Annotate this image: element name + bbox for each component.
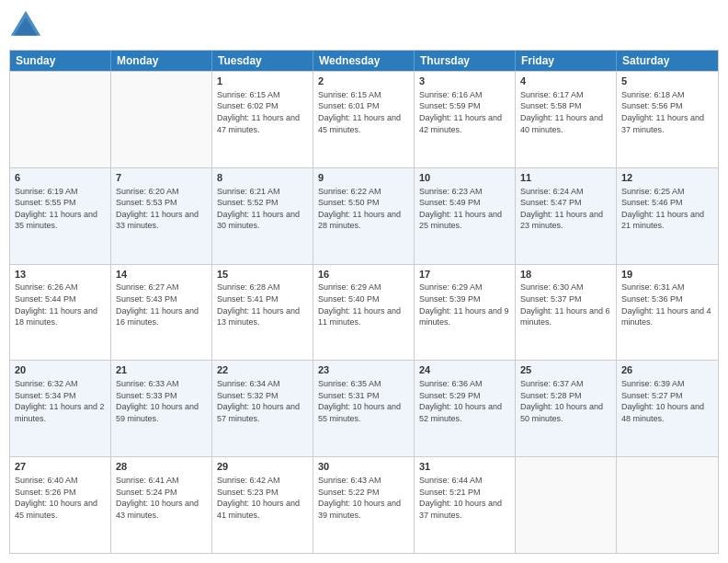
calendar-cell: 30Sunrise: 6:43 AM Sunset: 5:22 PM Dayli… <box>313 457 415 553</box>
cell-info: Sunrise: 6:33 AM Sunset: 5:33 PM Dayligh… <box>116 378 207 424</box>
calendar-cell: 7Sunrise: 6:20 AM Sunset: 5:53 PM Daylig… <box>111 168 212 264</box>
calendar-cell: 13Sunrise: 6:26 AM Sunset: 5:44 PM Dayli… <box>10 265 111 361</box>
day-number: 25 <box>520 363 611 377</box>
cell-info: Sunrise: 6:42 AM Sunset: 5:23 PM Dayligh… <box>217 475 308 521</box>
calendar-header: SundayMondayTuesdayWednesdayThursdayFrid… <box>10 51 718 71</box>
cell-info: Sunrise: 6:40 AM Sunset: 5:26 PM Dayligh… <box>15 475 106 521</box>
day-number: 20 <box>15 363 106 377</box>
cell-info: Sunrise: 6:29 AM Sunset: 5:39 PM Dayligh… <box>419 282 510 327</box>
cell-info: Sunrise: 6:19 AM Sunset: 5:55 PM Dayligh… <box>15 186 106 232</box>
day-number: 5 <box>621 75 713 88</box>
day-number: 2 <box>318 75 409 88</box>
calendar-cell: 16Sunrise: 6:29 AM Sunset: 5:40 PM Dayli… <box>313 265 415 361</box>
cell-info: Sunrise: 6:26 AM Sunset: 5:44 PM Dayligh… <box>15 282 106 327</box>
day-number: 11 <box>520 171 611 185</box>
calendar-cell: 21Sunrise: 6:33 AM Sunset: 5:33 PM Dayli… <box>111 361 212 456</box>
calendar-cell: 2Sunrise: 6:15 AM Sunset: 6:01 PM Daylig… <box>313 72 415 167</box>
calendar-cell: 17Sunrise: 6:29 AM Sunset: 5:39 PM Dayli… <box>415 265 516 361</box>
calendar-cell: 5Sunrise: 6:18 AM Sunset: 5:56 PM Daylig… <box>617 72 718 167</box>
day-number: 12 <box>621 171 713 185</box>
calendar-cell: 23Sunrise: 6:35 AM Sunset: 5:31 PM Dayli… <box>313 361 415 456</box>
weekday-header: Saturday <box>617 51 718 71</box>
weekday-header: Thursday <box>415 51 516 71</box>
calendar-row: 13Sunrise: 6:26 AM Sunset: 5:44 PM Dayli… <box>10 264 718 361</box>
day-number: 6 <box>15 171 106 185</box>
calendar-cell <box>111 72 212 167</box>
weekday-header: Monday <box>111 51 212 71</box>
cell-info: Sunrise: 6:30 AM Sunset: 5:37 PM Dayligh… <box>520 282 611 327</box>
day-number: 1 <box>217 75 308 88</box>
day-number: 17 <box>419 268 510 282</box>
day-number: 9 <box>318 171 409 185</box>
day-number: 7 <box>116 171 207 185</box>
cell-info: Sunrise: 6:21 AM Sunset: 5:52 PM Dayligh… <box>217 186 308 232</box>
day-number: 30 <box>318 460 409 474</box>
calendar-cell: 25Sunrise: 6:37 AM Sunset: 5:28 PM Dayli… <box>516 361 617 456</box>
logo-icon <box>9 9 42 42</box>
header <box>9 9 719 42</box>
calendar-body: 1Sunrise: 6:15 AM Sunset: 6:02 PM Daylig… <box>10 71 718 553</box>
calendar-cell: 3Sunrise: 6:16 AM Sunset: 5:59 PM Daylig… <box>415 72 516 167</box>
weekday-header: Tuesday <box>212 51 313 71</box>
day-number: 3 <box>419 75 510 88</box>
cell-info: Sunrise: 6:23 AM Sunset: 5:49 PM Dayligh… <box>419 186 510 232</box>
cell-info: Sunrise: 6:15 AM Sunset: 6:01 PM Dayligh… <box>318 89 409 135</box>
cell-info: Sunrise: 6:44 AM Sunset: 5:21 PM Dayligh… <box>419 475 510 521</box>
calendar-cell: 20Sunrise: 6:32 AM Sunset: 5:34 PM Dayli… <box>10 361 111 456</box>
weekday-header: Friday <box>516 51 617 71</box>
calendar-cell <box>617 457 718 553</box>
cell-info: Sunrise: 6:41 AM Sunset: 5:24 PM Dayligh… <box>116 475 207 521</box>
calendar-cell: 24Sunrise: 6:36 AM Sunset: 5:29 PM Dayli… <box>415 361 516 456</box>
day-number: 15 <box>217 268 308 282</box>
cell-info: Sunrise: 6:17 AM Sunset: 5:58 PM Dayligh… <box>520 89 611 135</box>
day-number: 29 <box>217 460 308 474</box>
calendar-cell <box>10 72 111 167</box>
calendar-cell: 1Sunrise: 6:15 AM Sunset: 6:02 PM Daylig… <box>212 72 313 167</box>
calendar-cell: 18Sunrise: 6:30 AM Sunset: 5:37 PM Dayli… <box>516 265 617 361</box>
cell-info: Sunrise: 6:31 AM Sunset: 5:36 PM Dayligh… <box>621 282 713 327</box>
weekday-header: Wednesday <box>313 51 415 71</box>
day-number: 4 <box>520 75 611 88</box>
calendar-cell: 6Sunrise: 6:19 AM Sunset: 5:55 PM Daylig… <box>10 168 111 264</box>
cell-info: Sunrise: 6:15 AM Sunset: 6:02 PM Dayligh… <box>217 89 308 135</box>
day-number: 24 <box>419 363 510 377</box>
calendar-cell: 4Sunrise: 6:17 AM Sunset: 5:58 PM Daylig… <box>516 72 617 167</box>
day-number: 14 <box>116 268 207 282</box>
day-number: 10 <box>419 171 510 185</box>
weekday-header: Sunday <box>10 51 111 71</box>
page: SundayMondayTuesdayWednesdayThursdayFrid… <box>0 0 728 563</box>
day-number: 21 <box>116 363 207 377</box>
calendar-cell: 14Sunrise: 6:27 AM Sunset: 5:43 PM Dayli… <box>111 265 212 361</box>
calendar-cell: 26Sunrise: 6:39 AM Sunset: 5:27 PM Dayli… <box>617 361 718 456</box>
cell-info: Sunrise: 6:32 AM Sunset: 5:34 PM Dayligh… <box>15 378 106 424</box>
cell-info: Sunrise: 6:25 AM Sunset: 5:46 PM Dayligh… <box>621 186 713 232</box>
calendar-cell: 19Sunrise: 6:31 AM Sunset: 5:36 PM Dayli… <box>617 265 718 361</box>
cell-info: Sunrise: 6:36 AM Sunset: 5:29 PM Dayligh… <box>419 378 510 424</box>
calendar: SundayMondayTuesdayWednesdayThursdayFrid… <box>9 50 719 554</box>
calendar-cell: 22Sunrise: 6:34 AM Sunset: 5:32 PM Dayli… <box>212 361 313 456</box>
cell-info: Sunrise: 6:20 AM Sunset: 5:53 PM Dayligh… <box>116 186 207 232</box>
day-number: 26 <box>621 363 713 377</box>
calendar-row: 1Sunrise: 6:15 AM Sunset: 6:02 PM Daylig… <box>10 71 718 167</box>
calendar-cell: 29Sunrise: 6:42 AM Sunset: 5:23 PM Dayli… <box>212 457 313 553</box>
cell-info: Sunrise: 6:24 AM Sunset: 5:47 PM Dayligh… <box>520 186 611 232</box>
calendar-cell: 8Sunrise: 6:21 AM Sunset: 5:52 PM Daylig… <box>212 168 313 264</box>
cell-info: Sunrise: 6:34 AM Sunset: 5:32 PM Dayligh… <box>217 378 308 424</box>
cell-info: Sunrise: 6:37 AM Sunset: 5:28 PM Dayligh… <box>520 378 611 424</box>
calendar-cell: 31Sunrise: 6:44 AM Sunset: 5:21 PM Dayli… <box>415 457 516 553</box>
day-number: 23 <box>318 363 409 377</box>
calendar-cell: 12Sunrise: 6:25 AM Sunset: 5:46 PM Dayli… <box>617 168 718 264</box>
calendar-row: 27Sunrise: 6:40 AM Sunset: 5:26 PM Dayli… <box>10 456 718 553</box>
day-number: 31 <box>419 460 510 474</box>
cell-info: Sunrise: 6:22 AM Sunset: 5:50 PM Dayligh… <box>318 186 409 232</box>
cell-info: Sunrise: 6:27 AM Sunset: 5:43 PM Dayligh… <box>116 282 207 327</box>
cell-info: Sunrise: 6:43 AM Sunset: 5:22 PM Dayligh… <box>318 475 409 521</box>
calendar-cell: 27Sunrise: 6:40 AM Sunset: 5:26 PM Dayli… <box>10 457 111 553</box>
day-number: 28 <box>116 460 207 474</box>
cell-info: Sunrise: 6:35 AM Sunset: 5:31 PM Dayligh… <box>318 378 409 424</box>
calendar-cell: 9Sunrise: 6:22 AM Sunset: 5:50 PM Daylig… <box>313 168 415 264</box>
calendar-cell: 28Sunrise: 6:41 AM Sunset: 5:24 PM Dayli… <box>111 457 212 553</box>
day-number: 8 <box>217 171 308 185</box>
calendar-cell: 11Sunrise: 6:24 AM Sunset: 5:47 PM Dayli… <box>516 168 617 264</box>
day-number: 16 <box>318 268 409 282</box>
